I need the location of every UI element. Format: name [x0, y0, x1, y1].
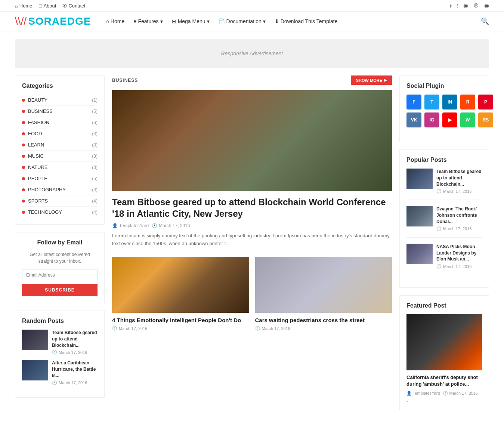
popular-post-item[interactable]: Dwayne 'The Rock' Johnson confronts Dona… [406, 206, 482, 237]
category-item[interactable]: NATURE (3) [22, 162, 98, 173]
popular-post-title[interactable]: Team Bitbose geared up to attend Blockch… [436, 169, 482, 187]
social-icon-rss[interactable]: RS [478, 112, 493, 127]
category-item[interactable]: FASHION (6) [22, 117, 98, 128]
category-item[interactable]: LEARN (3) [22, 139, 98, 151]
category-item[interactable]: MUSIC (3) [22, 151, 98, 162]
logo[interactable]: \\// SORAEDGE [15, 15, 91, 27]
section-header: BUSINESS SHOW MORE ▶ [112, 75, 392, 85]
nav-home-label: Home [111, 18, 124, 24]
category-link[interactable]: PHOTOGRAPHY [22, 187, 66, 192]
featured-image[interactable] [112, 90, 392, 191]
ad-banner-text: Responsive Advertisement [221, 50, 283, 56]
cat-count: (3) [92, 154, 98, 159]
topnav-about[interactable]: □ About [39, 3, 56, 9]
topnav-contact[interactable]: ✆ Contact [63, 3, 85, 9]
popular-posts-list: Team Bitbose geared up to attend Blockch… [406, 169, 482, 275]
cat-count: (4) [92, 198, 98, 204]
social-icon-vk[interactable]: VK [406, 112, 421, 127]
category-item[interactable]: BUSINESS (5) [22, 106, 98, 117]
category-item[interactable]: PEOPLE (5) [22, 173, 98, 184]
category-item[interactable]: SPORTS (4) [22, 195, 98, 207]
article-card-2: Cars waiting pedestrians cross the stree… [255, 257, 392, 331]
email-input[interactable] [22, 269, 98, 281]
social-icon-reddit[interactable]: R [460, 95, 475, 110]
topbar-pinterest-icon[interactable]: ℗ [473, 2, 479, 9]
category-link[interactable]: BEAUTY [22, 97, 47, 103]
category-link[interactable]: MUSIC [22, 153, 44, 159]
random-post-item[interactable]: Team Bitbose geared up to attend Blockch… [22, 330, 98, 355]
category-item[interactable]: BEAUTY (1) [22, 95, 98, 106]
popular-post-info: NASA Picks Moon Lander Designs by Elon M… [436, 244, 482, 269]
popular-post-title[interactable]: Dwayne 'The Rock' Johnson confronts Dona… [436, 206, 482, 225]
search-button[interactable]: 🔍 [481, 17, 489, 25]
sidebar-right: Social Plugin FTINRPVKIG▶WRS Popular Pos… [399, 75, 489, 418]
popular-post-thumb [406, 206, 433, 226]
popular-post-thumb [406, 169, 433, 189]
article-card-1-image[interactable] [112, 257, 249, 313]
topbar-facebook-icon[interactable]: 𝓯 [449, 2, 451, 9]
doc-nav-icon: 📄 [219, 18, 225, 24]
main-nav: ⌂ Home ≡ Features ▾ ⊞ Mega Menu ▾ 📄 Docu… [106, 18, 481, 24]
nav-features[interactable]: ≡ Features ▾ [133, 18, 163, 24]
featured-title[interactable]: Team Bitbose geared up to attend Blockch… [112, 196, 392, 219]
cat-label: NATURE [28, 164, 47, 170]
categories-widget: Categories BEAUTY (1) BUSINESS (5) FASHI… [15, 75, 105, 225]
date-meta: 🕐 March 17, 2016 [152, 223, 190, 228]
category-link[interactable]: NATURE [22, 164, 47, 170]
topbar-twitter-icon[interactable]: 𝓽 [456, 2, 458, 9]
social-icon-instagram[interactable]: IG [424, 112, 439, 127]
random-post-title[interactable]: After a Caribbean Hurricane, the Battle … [52, 360, 98, 379]
nav-documentation[interactable]: 📄 Documentation ▾ [219, 18, 266, 24]
article-card-2-title[interactable]: Cars waiting pedestrians cross the stree… [255, 317, 392, 324]
show-more-label: SHOW MORE [356, 78, 382, 83]
category-link[interactable]: BUSINESS [22, 108, 53, 114]
main-layout: Categories BEAUTY (1) BUSINESS (5) FASHI… [0, 75, 504, 433]
nav-home[interactable]: ⌂ Home [106, 18, 124, 24]
featured-post-placeholder [406, 314, 482, 370]
category-item[interactable]: TECHNOLOGY (4) [22, 207, 98, 218]
category-link[interactable]: FOOD [22, 131, 42, 136]
cat-dot-icon [22, 110, 25, 113]
popular-post-info: Team Bitbose geared up to attend Blockch… [436, 169, 482, 194]
subscribe-button[interactable]: SUBSCRIBE [22, 284, 98, 296]
social-icon-pinterest[interactable]: P [478, 95, 493, 110]
cat-label: FASHION [28, 120, 49, 125]
category-link[interactable]: FASHION [22, 120, 49, 125]
topbar-instagram-icon[interactable]: ◉ [463, 2, 468, 9]
cat-label: MUSIC [28, 153, 44, 159]
category-item[interactable]: FOOD (3) [22, 128, 98, 139]
random-post-item[interactable]: After a Caribbean Hurricane, the Battle … [22, 360, 98, 385]
social-icon-twitter[interactable]: T [424, 95, 439, 110]
social-icon-facebook[interactable]: F [406, 95, 421, 110]
category-item[interactable]: PHOTOGRAPHY (3) [22, 184, 98, 195]
article-card-2-placeholder [255, 257, 392, 313]
popular-post-item[interactable]: NASA Picks Moon Lander Designs by Elon M… [406, 244, 482, 275]
category-link[interactable]: SPORTS [22, 198, 48, 204]
article-card-1-title[interactable]: 4 Things Emotionally Intelligent People … [112, 317, 249, 324]
social-icon-youtube[interactable]: ▶ [442, 112, 457, 127]
topnav-home[interactable]: ⌂ Home [15, 3, 33, 9]
article-card-2-image[interactable] [255, 257, 392, 313]
person-icon: 👤 [406, 391, 412, 395]
category-link[interactable]: LEARN [22, 142, 44, 148]
home-nav-icon: ⌂ [106, 18, 109, 24]
show-more-button[interactable]: SHOW MORE ▶ [351, 75, 392, 85]
topnav-about-label: About [43, 3, 56, 9]
nav-mega-menu[interactable]: ⊞ Mega Menu ▾ [172, 18, 210, 24]
popular-post-item[interactable]: Team Bitbose geared up to attend Blockch… [406, 169, 482, 200]
topbar-instagram2-icon[interactable]: ◉ [484, 2, 489, 9]
random-post-title[interactable]: Team Bitbose geared up to attend Blockch… [52, 330, 98, 348]
category-link[interactable]: TECHNOLOGY [22, 209, 62, 215]
category-link[interactable]: PEOPLE [22, 176, 47, 181]
social-icon-whatsapp[interactable]: W [460, 112, 475, 127]
cat-count: (6) [92, 120, 98, 125]
cat-count: (3) [92, 187, 98, 192]
featured-post-image[interactable] [406, 314, 482, 370]
nav-download[interactable]: ⬇ Download This Template [275, 18, 338, 24]
popular-posts-widget: Popular Posts Team Bitbose geared up to … [399, 149, 489, 288]
pop-thumb-placeholder [406, 244, 433, 264]
popular-post-date: 🕐 March 17, 2016 [436, 226, 482, 231]
popular-post-title[interactable]: NASA Picks Moon Lander Designs by Elon M… [436, 244, 482, 262]
social-icon-linkedin[interactable]: IN [442, 95, 457, 110]
featured-post-article-title[interactable]: California sheriff's deputy shot during … [406, 374, 482, 388]
